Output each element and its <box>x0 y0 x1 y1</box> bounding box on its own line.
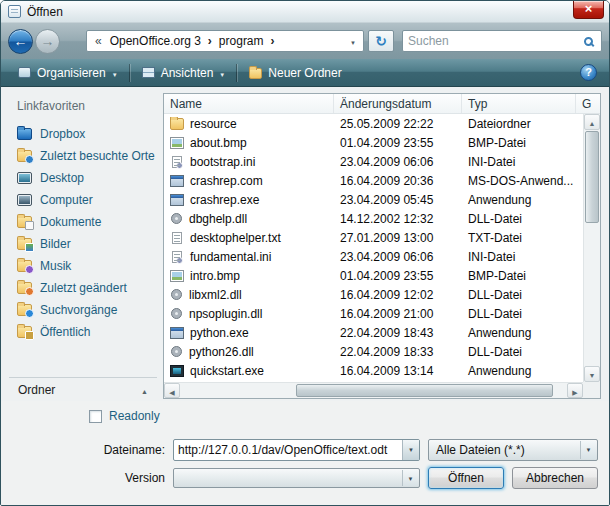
views-button[interactable]: Ansichten <box>133 63 235 83</box>
file-type-icon <box>172 232 182 244</box>
filename-input[interactable] <box>174 440 402 460</box>
readonly-checkbox[interactable] <box>89 410 102 423</box>
titlebar[interactable]: Öffnen <box>1 1 609 23</box>
chevron-down-icon[interactable] <box>347 34 359 48</box>
file-row[interactable]: desktophelper.txt 27.01.2009 13:00 TXT-D… <box>164 228 583 247</box>
file-row[interactable]: libxml2.dll 16.04.2009 12:02 DLL-Datei <box>164 285 583 304</box>
file-row[interactable]: dbghelp.dll 14.12.2002 12:32 DLL-Datei <box>164 209 583 228</box>
file-date: 23.04.2009 06:06 <box>334 250 462 264</box>
vertical-scrollbar[interactable] <box>583 114 600 382</box>
organize-button[interactable]: Organisieren <box>9 63 127 83</box>
scroll-up-icon[interactable] <box>584 114 600 130</box>
sidebar-item[interactable]: Öffentlich <box>9 321 157 343</box>
file-row[interactable]: quickstart.exe 16.04.2009 13:14 Anwendun… <box>164 361 583 380</box>
file-name: npsoplugin.dll <box>189 307 262 321</box>
search-input[interactable] <box>408 34 584 48</box>
column-headers: Name Änderungsdatum Typ G <box>164 94 600 114</box>
back-button[interactable] <box>8 29 33 54</box>
column-header-date[interactable]: Änderungsdatum <box>334 94 462 113</box>
file-type: TXT-Datei <box>462 231 576 245</box>
file-type: DLL-Datei <box>462 288 576 302</box>
sidebar-item[interactable]: Zuletzt besuchte Orte <box>9 145 157 167</box>
sidebar-item-label: Dropbox <box>40 127 85 141</box>
chevron-down-icon <box>580 441 596 459</box>
scroll-left-icon[interactable] <box>164 383 180 398</box>
sidebar-item[interactable]: Zuletzt geändert <box>9 277 157 299</box>
file-type: BMP-Datei <box>462 269 576 283</box>
file-row[interactable]: resource 25.05.2009 22:22 Dateiordner <box>164 114 583 133</box>
sidebar-item[interactable]: Suchvorgänge <box>9 299 157 321</box>
file-type: Anwendung <box>462 193 576 207</box>
file-row[interactable]: python.exe 22.04.2009 18:43 Anwendung <box>164 323 583 342</box>
cancel-button[interactable]: Abbrechen <box>512 467 598 489</box>
file-type: BMP-Datei <box>462 136 576 150</box>
readonly-option[interactable]: Readonly <box>89 409 160 423</box>
filename-dropdown-button[interactable] <box>402 440 419 460</box>
filetype-dropdown[interactable]: Alle Dateien (*.*) <box>428 439 598 461</box>
close-button[interactable] <box>573 1 604 19</box>
scroll-right-icon[interactable] <box>567 383 583 398</box>
chevron-right-icon[interactable] <box>205 34 215 48</box>
file-row[interactable]: intro.bmp 01.04.2009 23:55 BMP-Datei <box>164 266 583 285</box>
file-type-icon <box>170 365 184 377</box>
column-header-name[interactable]: Name <box>164 94 334 113</box>
file-row[interactable]: fundamental.ini 23.04.2009 06:06 INI-Dat… <box>164 247 583 266</box>
sidebar-item[interactable]: Bilder <box>9 233 157 255</box>
file-name-cell: quickstart.exe <box>164 364 334 378</box>
sidebar-item-icon <box>17 304 32 316</box>
sidebar-item[interactable]: Desktop <box>9 167 157 189</box>
sidebar-item[interactable]: Dokumente <box>9 211 157 233</box>
open-button[interactable]: Öffnen <box>428 467 504 489</box>
search-icon[interactable] <box>584 37 593 46</box>
version-dropdown[interactable] <box>173 468 420 488</box>
breadcrumb-item-current[interactable]: program <box>215 34 268 48</box>
folders-expander[interactable]: Ordner <box>9 377 157 401</box>
chevron-right-icon[interactable] <box>268 34 278 48</box>
file-name-cell: intro.bmp <box>164 269 334 283</box>
breadcrumb[interactable]: OpenOffice.org 3 program <box>86 30 364 52</box>
file-name: quickstart.exe <box>190 364 264 378</box>
file-row[interactable]: crashrep.exe 23.04.2009 05:45 Anwendung <box>164 190 583 209</box>
new-folder-button[interactable]: Neuer Ordner <box>240 63 350 83</box>
file-date: 23.04.2009 06:06 <box>334 155 462 169</box>
sidebar-item-icon <box>17 282 32 294</box>
file-row[interactable]: crashrep.com 16.04.2009 20:36 MS-DOS-Anw… <box>164 171 583 190</box>
scroll-down-icon[interactable] <box>584 366 600 382</box>
help-button[interactable] <box>580 64 597 81</box>
refresh-button[interactable] <box>368 30 394 52</box>
file-type: INI-Datei <box>462 155 576 169</box>
file-name: intro.bmp <box>190 269 240 283</box>
file-row[interactable]: npsoplugin.dll 16.04.2009 21:00 DLL-Date… <box>164 304 583 323</box>
vertical-scroll-thumb[interactable] <box>585 131 599 223</box>
file-date: 25.05.2009 22:22 <box>334 117 462 131</box>
sidebar-item[interactable]: Dropbox <box>9 123 157 145</box>
file-row[interactable]: python26.dll 22.04.2009 18:33 DLL-Datei <box>164 342 583 361</box>
file-type: INI-Datei <box>462 250 576 264</box>
file-type-icon <box>170 137 184 149</box>
file-name-cell: fundamental.ini <box>164 250 334 264</box>
horizontal-scrollbar[interactable] <box>164 382 583 398</box>
column-header-type[interactable]: Typ <box>462 94 576 113</box>
horizontal-scroll-thumb[interactable] <box>296 384 553 397</box>
sidebar-item-label: Bilder <box>40 237 71 251</box>
file-row[interactable]: about.bmp 01.04.2009 23:55 BMP-Datei <box>164 133 583 152</box>
file-row[interactable]: bootstrap.ini 23.04.2009 06:06 INI-Datei <box>164 152 583 171</box>
main-area: Linkfavoriten Dropbox Zuletzt besuchte O… <box>1 87 609 401</box>
filename-combobox[interactable] <box>173 439 420 461</box>
file-date: 01.04.2009 23:55 <box>334 136 462 150</box>
search-box[interactable] <box>402 30 602 52</box>
new-folder-icon <box>249 68 262 79</box>
file-date: 16.04.2009 20:36 <box>334 174 462 188</box>
file-type-icon <box>170 175 184 187</box>
breadcrumb-item-root[interactable]: OpenOffice.org 3 <box>106 34 205 48</box>
file-date: 16.04.2009 21:00 <box>334 307 462 321</box>
favorites-sidebar: Linkfavoriten Dropbox Zuletzt besuchte O… <box>9 95 157 401</box>
sidebar-item-icon <box>17 128 32 140</box>
chevron-double-left-icon[interactable] <box>91 34 106 48</box>
favorites-list: Dropbox Zuletzt besuchte Orte Desktop Co… <box>9 123 157 343</box>
sidebar-item[interactable]: Musik <box>9 255 157 277</box>
column-header-size[interactable]: G <box>576 94 600 113</box>
forward-button[interactable] <box>35 29 60 54</box>
readonly-label: Readonly <box>109 409 160 423</box>
sidebar-item[interactable]: Computer <box>9 189 157 211</box>
